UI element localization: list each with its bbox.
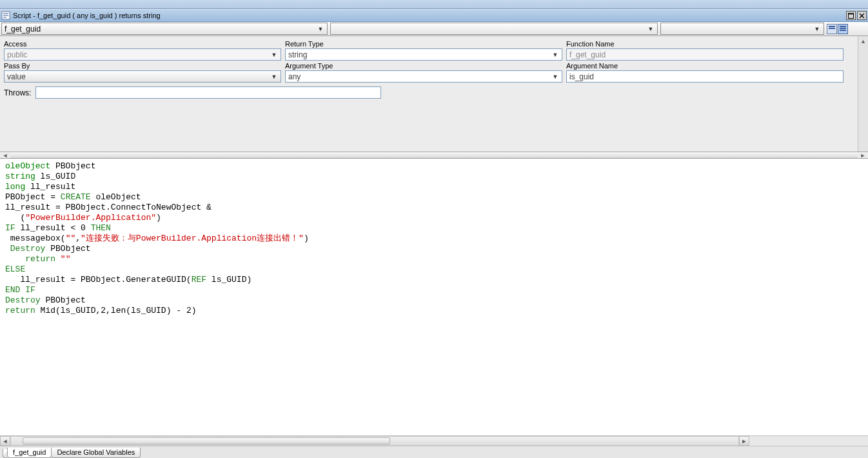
scroll-right-icon[interactable]: ► xyxy=(739,436,749,446)
event-selector[interactable]: ▼ xyxy=(330,23,658,35)
view-toggle-script[interactable] xyxy=(838,24,848,34)
function-selector[interactable]: f_get_guid ▼ xyxy=(1,23,328,35)
chevron-down-icon: ▼ xyxy=(647,26,655,32)
scroll-left-icon[interactable]: ◄ xyxy=(0,153,10,158)
argname-field[interactable]: is_guid xyxy=(566,70,843,83)
passby-field[interactable]: value▼ xyxy=(4,70,281,83)
window-titlebar: Script - f_get_guid ( any is_guid ) retu… xyxy=(0,9,868,22)
ancestor-selector[interactable]: ▼ xyxy=(660,23,824,35)
throws-field[interactable] xyxy=(35,86,381,99)
access-label: Access xyxy=(4,40,281,48)
panel-hscroll[interactable]: ◄ ► xyxy=(0,152,868,159)
scroll-left-icon[interactable]: ◄ xyxy=(0,436,10,446)
chevron-down-icon: ▼ xyxy=(813,26,821,32)
window-title: Script - f_get_guid ( any is_guid ) retu… xyxy=(13,12,846,19)
script-icon xyxy=(1,11,10,20)
scroll-up-icon[interactable]: ▲ xyxy=(858,36,868,46)
scroll-right-icon[interactable]: ► xyxy=(858,153,868,158)
view-toggle-prototype[interactable] xyxy=(827,24,837,34)
tab-declare-globals[interactable]: Declare Global Variables xyxy=(51,448,141,458)
argname-label: Argument Name xyxy=(566,62,843,70)
tab-fgetguid[interactable]: f_get_guid xyxy=(7,448,52,458)
throws-label: Throws: xyxy=(4,88,32,97)
chevron-down-icon: ▼ xyxy=(551,52,559,58)
top-strip xyxy=(0,0,868,9)
chevron-down-icon: ▼ xyxy=(270,52,278,58)
access-field[interactable]: public▼ xyxy=(4,48,281,61)
returntype-label: Return Type xyxy=(285,40,562,48)
code-editor[interactable]: oleObject PBObject string ls_GUID long l… xyxy=(0,159,868,446)
hscroll-thumb[interactable] xyxy=(23,437,390,444)
chevron-down-icon: ▼ xyxy=(317,26,324,32)
panel-vscroll[interactable]: ▲ xyxy=(858,36,868,152)
function-selector-text: f_get_guid xyxy=(5,25,41,34)
chevron-down-icon: ▼ xyxy=(270,74,278,80)
argtype-label: Argument Type xyxy=(285,62,562,70)
funcname-field[interactable]: f_get_guid xyxy=(566,48,843,61)
chevron-down-icon: ▼ xyxy=(551,74,559,80)
passby-label: Pass By xyxy=(4,62,281,70)
object-selector-row: f_get_guid ▼ ▼ ▼ xyxy=(0,22,868,36)
close-button[interactable] xyxy=(857,11,867,20)
maximize-button[interactable] xyxy=(846,11,856,20)
returntype-field[interactable]: string▼ xyxy=(285,48,562,61)
bottom-tabs: f_get_guid Declare Global Variables xyxy=(0,446,868,458)
declaration-panel: Access public▼ Pass By value▼ Return Typ… xyxy=(0,36,868,152)
argtype-field[interactable]: any▼ xyxy=(285,70,562,83)
code-text[interactable]: oleObject PBObject string ls_GUID long l… xyxy=(0,159,868,319)
editor-hscroll[interactable]: ◄ ► xyxy=(0,435,868,446)
funcname-label: Function Name xyxy=(566,40,843,48)
